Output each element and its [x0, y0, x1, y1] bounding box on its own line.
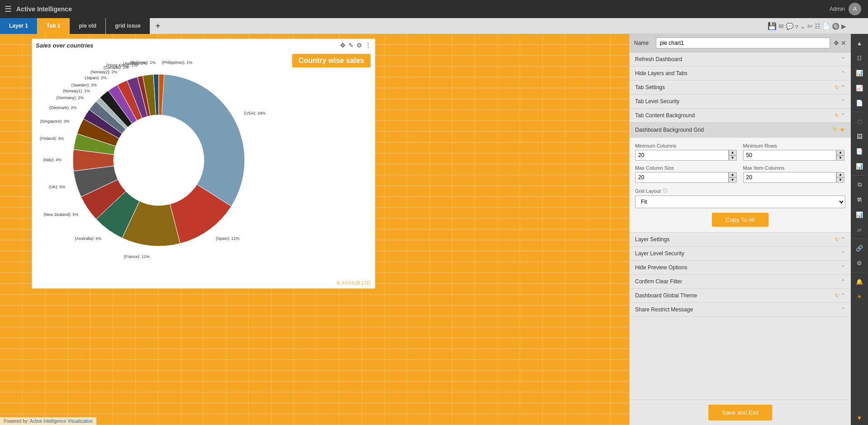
min-rows-input[interactable] — [743, 150, 837, 161]
svg-text:(Philippines): 1%: (Philippines): 1% — [162, 60, 193, 65]
max-col-up[interactable]: ▲ — [729, 172, 737, 177]
sidebar-icon-7[interactable]: 📑 — [851, 144, 868, 158]
sidebar-icon-8[interactable]: 📊 — [851, 159, 868, 173]
min-columns-down[interactable]: ▼ — [729, 155, 737, 161]
max-cols-items-row: Max Column Size ▲ ▼ Max Item Columns — [635, 165, 845, 183]
info-icon: ⓘ — [663, 187, 668, 194]
sidebar-icon-14[interactable]: ⚙ — [851, 256, 868, 270]
max-item-columns-input[interactable] — [743, 172, 837, 183]
svg-text:(Norway2): 2%: (Norway2): 2% — [90, 70, 118, 74]
user-name: Admin — [830, 6, 845, 12]
scissors-icon[interactable]: ✄ — [807, 23, 813, 30]
sidebar-icon-10[interactable]: 🛠 — [851, 192, 868, 207]
sidebar-icon-12[interactable]: ▱ — [851, 222, 868, 237]
refresh-icon4[interactable]: ↻ — [835, 236, 839, 243]
icon-sidebar: ▲ ☷ 📊 📈 📄 ◌ 🖼 📑 📊 ⧉ 🛠 📊 ▱ 🔗 ⚙ 🔔 ☀ ▼ — [851, 34, 868, 425]
refresh-icon[interactable]: ↻ — [835, 84, 839, 91]
sidebar-icon-6[interactable]: 🖼 — [851, 129, 868, 143]
max-column-size-input[interactable] — [635, 172, 729, 183]
setting-layer-security[interactable]: Layer Level Security ⌃ — [630, 247, 851, 261]
setting-confirm-clear[interactable]: Confirm Clear Filter ⌃ — [630, 275, 851, 289]
mail-icon[interactable]: ✉ — [778, 23, 784, 30]
setting-tab-content-bg[interactable]: Tab Content Background ↻ ⌃ — [630, 109, 851, 123]
refresh-icon5[interactable]: ↻ — [835, 292, 839, 299]
sidebar-icon-11[interactable]: 📊 — [851, 207, 868, 222]
setting-tab-settings[interactable]: Tab Settings ↻ ⌃ — [630, 81, 851, 95]
save-icon[interactable]: 💾 — [768, 22, 777, 30]
filter-icon[interactable]: ▿ — [795, 23, 798, 30]
svg-text:(Belgium): 1%: (Belgium): 1% — [130, 60, 156, 65]
donut-chart: (USA): 34%(Spain): 12%(France): 11%(Aust… — [37, 52, 281, 260]
grid-icon[interactable]: ☷ — [815, 23, 821, 30]
chevron-up-icon10: ⌃ — [841, 292, 845, 299]
sidebar-icon-3[interactable]: 📈 — [851, 81, 868, 95]
sidebar-icon-16[interactable]: ☀ — [851, 289, 868, 304]
close-icon[interactable]: ✕ — [841, 39, 846, 47]
setting-tab-security[interactable]: Tab Level Security ⌃ — [630, 95, 851, 109]
more-icon[interactable]: ⋮ — [365, 42, 371, 49]
chart-widget: Sales over countries ✥ ✎ ⚙ ⋮ Country wis… — [32, 38, 375, 289]
min-columns-up[interactable]: ▲ — [729, 150, 737, 155]
sidebar-icon-1[interactable]: ☷ — [851, 51, 868, 65]
setting-layer-settings[interactable]: Layer Settings ↻ ⌃ — [630, 233, 851, 247]
chat-icon[interactable]: 💬 — [786, 23, 793, 30]
settings-icon[interactable]: ⚙ — [356, 42, 362, 49]
setting-share-restrict[interactable]: Share Restrict Message ⌃ — [630, 303, 851, 317]
save-and-exit-button[interactable]: Save and Exit — [708, 405, 772, 420]
refresh-icon2[interactable]: ↻ — [835, 112, 839, 119]
sidebar-icon-15[interactable]: 🔔 — [851, 274, 868, 289]
min-columns-input[interactable] — [635, 150, 729, 161]
setting-refresh-dashboard[interactable]: Refresh Dashboard ⌃ — [630, 53, 851, 67]
chart-name-input[interactable] — [656, 38, 830, 48]
grid-layout-select[interactable]: Fit Fixed Fluid — [635, 196, 845, 208]
grid-section: Minimum Columns ▲ ▼ Minimum Rows — [630, 138, 851, 233]
copy-to-all-button[interactable]: Copy To All — [712, 213, 768, 227]
chart-title: Sales over countries — [36, 42, 93, 49]
setting-global-theme[interactable]: Dashboard Global Theme ↻ ⌃ — [630, 289, 851, 303]
expand-icon[interactable]: ✥ — [834, 39, 839, 47]
powered-by-link[interactable]: Active Intelligence Visualization — [30, 419, 93, 424]
setting-hide-layers[interactable]: Hide Layers and Tabs ⌃ — [630, 67, 851, 81]
max-item-up[interactable]: ▲ — [836, 172, 844, 177]
svg-text:(Italy): 4%: (Italy): 4% — [43, 158, 62, 162]
move-icon[interactable]: ✥ — [340, 42, 346, 49]
powered-by: Powered by: Active Intelligence Visualiz… — [0, 417, 96, 425]
max-col-down[interactable]: ▼ — [729, 177, 737, 183]
sidebar-icon-4[interactable]: 📄 — [851, 96, 868, 110]
monitor-icon[interactable]: 📄 — [822, 23, 830, 30]
max-item-down[interactable]: ▼ — [836, 177, 844, 183]
tabs-row: Layer 1 Tab 1 pie old grid issue + 💾 ✉ 💬… — [0, 18, 868, 34]
filter2-icon[interactable]: ⌄ — [800, 23, 806, 30]
edit-icon[interactable]: ✎ — [348, 42, 354, 49]
refresh-icon3[interactable]: ↻ — [833, 126, 837, 134]
setting-hide-preview[interactable]: Hide Preview Options ⌃ — [630, 261, 851, 275]
tab-add[interactable]: + — [150, 18, 166, 34]
play-icon[interactable]: ▶ — [841, 23, 846, 30]
sidebar-scroll-up[interactable]: ▲ — [851, 36, 868, 50]
tab-layer1[interactable]: Layer 1 — [0, 18, 38, 34]
name-label: Name — [634, 40, 652, 46]
svg-text:(New Zealand): 5%: (New Zealand): 5% — [43, 212, 78, 217]
sidebar-scroll-down[interactable]: ▼ — [851, 411, 868, 425]
max-item-columns-group: Max Item Columns ▲ ▼ — [743, 165, 846, 183]
setting-dashboard-bg-grid[interactable]: Dashboard Background Grid ↻ ▼ — [630, 123, 851, 138]
sidebar-icon-13[interactable]: 🔗 — [851, 241, 868, 255]
sidebar-icon-5[interactable]: ◌ — [851, 114, 868, 129]
menu-icon[interactable]: ☰ — [5, 4, 12, 14]
sidebar-icon-9[interactable]: ⧉ — [851, 177, 868, 192]
tab-tab1[interactable]: Tab 1 — [38, 18, 70, 34]
min-rows-up[interactable]: ▲ — [836, 150, 844, 155]
user-info: Admin A — [830, 3, 861, 15]
main-area: Sales over countries ✥ ✎ ⚙ ⋮ Country wis… — [0, 34, 868, 425]
sidebar-icon-2[interactable]: 📊 — [851, 66, 868, 80]
share-icon[interactable]: 🔘 — [832, 23, 840, 30]
chevron-up-icon4: ⌃ — [841, 98, 845, 105]
tab-gridissue[interactable]: grid issue — [106, 18, 150, 34]
min-rows-label: Minimum Rows — [743, 143, 846, 148]
chevron-up-icon2: ⌃ — [841, 70, 845, 76]
right-panel: Name ✥ ✕ Refresh Dashboard ⌃ Hide Layers… — [629, 34, 851, 425]
max-column-size-group: Max Column Size ▲ ▼ — [635, 165, 738, 183]
chart-subtitle: Country wise sales — [292, 54, 370, 67]
tab-pieold[interactable]: pie old — [70, 18, 106, 34]
min-rows-down[interactable]: ▼ — [836, 155, 844, 161]
